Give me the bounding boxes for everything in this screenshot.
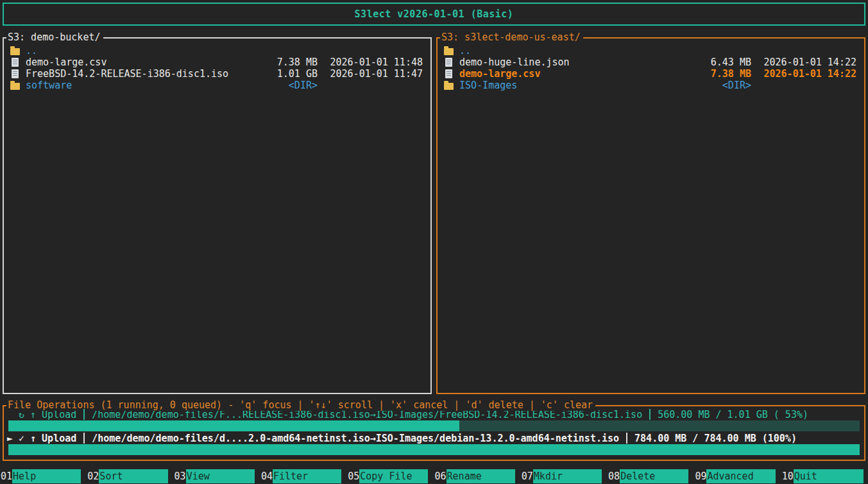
s3lect-terminal: S3lect v2026-01-01 (Basic) S3: demo-buck… xyxy=(0,0,868,484)
app-title-bar: S3lect v2026-01-01 (Basic) xyxy=(3,3,865,26)
separator xyxy=(626,433,627,444)
operation-source: /home/demo/demo-files/d....2.0-amd64-net… xyxy=(92,433,370,444)
fn-key-number: 07 xyxy=(521,469,533,483)
file-size: 7.38 MB xyxy=(690,68,751,80)
operation-progress-text: 560.00 MB / 1.01 GB ( 53%) xyxy=(658,409,808,420)
file-date: 2026-01-01 14:22 xyxy=(760,68,856,80)
fn-key-label[interactable]: Quit xyxy=(794,469,864,483)
operation-action: Upload xyxy=(42,433,76,444)
file-size: 6.43 MB xyxy=(690,56,751,68)
file-name: FreeBSD-14.2-RELEASE-i386-disc1.iso xyxy=(26,68,256,80)
left-panel: S3: demo-bucket/ .. demo-large.csv 7.38 … xyxy=(3,37,432,394)
fn-key-advanced[interactable]: 09 Advanced xyxy=(694,469,781,483)
function-key-bar: 01 Help 02 Sort 03 View 04 Filter 05 Cop… xyxy=(0,469,868,483)
separator xyxy=(83,433,85,444)
folder-icon xyxy=(10,83,20,90)
progress-bar-fill xyxy=(8,444,860,455)
fn-key-mkdir[interactable]: 07 Mkdir xyxy=(521,469,608,483)
file-icon xyxy=(12,69,19,78)
fn-key-sort[interactable]: 02 Sort xyxy=(87,469,173,483)
fn-key-number: 09 xyxy=(694,469,706,483)
progress-bar-track xyxy=(8,444,860,455)
file-size: <DIR> xyxy=(256,80,318,91)
fn-key-label[interactable]: Mkdir xyxy=(533,469,602,483)
fn-key-delete[interactable]: 08 Delete xyxy=(608,469,694,483)
left-panel-title: S3: demo-bucket/ xyxy=(6,31,103,43)
file-row-parent[interactable]: .. xyxy=(4,45,430,56)
file-name: demo-large.csv xyxy=(459,68,690,80)
file-name: ISO-Images xyxy=(459,80,690,91)
file-date: 2026-01-01 11:47 xyxy=(327,68,423,80)
separator xyxy=(649,409,651,420)
fn-key-number: 05 xyxy=(347,469,359,483)
file-row-selected[interactable]: demo-large.csv 7.38 MB 2026-01-01 14:22 xyxy=(438,68,864,80)
separator xyxy=(83,409,85,420)
file-date: 2026-01-01 14:22 xyxy=(760,56,856,68)
fn-key-copy-file[interactable]: 05 Copy File xyxy=(347,469,434,483)
fn-key-number: 02 xyxy=(87,469,99,483)
fn-key-label[interactable]: Sort xyxy=(99,469,167,483)
fn-key-number: 01 xyxy=(0,469,12,483)
app-title: S3lect v2026-01-01 (Basic) xyxy=(355,8,514,20)
fn-key-rename[interactable]: 06 Rename xyxy=(434,469,520,483)
file-operations-title: File Operations (1 running, 0 queued) - … xyxy=(6,399,595,411)
file-row-parent[interactable]: .. xyxy=(438,45,864,56)
file-name: .. xyxy=(26,45,256,56)
fn-key-number: 06 xyxy=(434,469,446,483)
file-row-directory[interactable]: ISO-Images <DIR> xyxy=(438,80,864,91)
file-icon xyxy=(445,58,452,67)
right-panel: S3: s3lect-demo-us-east/ .. demo-huge-li… xyxy=(436,37,865,394)
fn-key-label[interactable]: Advanced xyxy=(706,469,775,483)
fn-key-label[interactable]: Filter xyxy=(273,469,341,483)
file-size: <DIR> xyxy=(690,80,751,91)
fn-key-label[interactable]: Copy File xyxy=(359,469,428,483)
upload-arrow-icon: ↑ xyxy=(30,433,36,444)
operation-progress-text: 784.00 MB / 784.00 MB (100%) xyxy=(634,433,797,444)
file-operations-panel: File Operations (1 running, 0 queued) - … xyxy=(3,405,865,461)
check-icon: ✓ xyxy=(19,433,24,444)
file-name: .. xyxy=(459,45,690,56)
folder-icon xyxy=(10,48,20,55)
file-row[interactable]: demo-large.csv 7.38 MB 2026-01-01 11:48 xyxy=(4,56,430,68)
arrow-right-icon: → xyxy=(370,433,376,444)
file-row[interactable]: demo-huge-line.json 6.43 MB 2026-01-01 1… xyxy=(438,56,864,68)
folder-icon xyxy=(444,83,454,90)
fn-key-label[interactable]: Delete xyxy=(620,469,688,483)
fn-key-filter[interactable]: 04 Filter xyxy=(260,469,347,483)
fn-key-label[interactable]: View xyxy=(186,469,255,483)
file-row[interactable]: FreeBSD-14.2-RELEASE-i386-disc1.iso 1.01… xyxy=(4,68,430,80)
fn-key-number: 03 xyxy=(174,469,186,483)
file-icon xyxy=(12,58,19,67)
operation-cursor: ► xyxy=(7,433,19,444)
file-date: 2026-01-01 11:48 xyxy=(327,56,423,68)
fn-key-number: 10 xyxy=(781,469,794,483)
file-name: software xyxy=(26,80,256,91)
fn-key-quit[interactable]: 10 Quit xyxy=(781,469,868,483)
fn-key-number: 08 xyxy=(608,469,620,483)
progress-bar-track xyxy=(8,420,860,431)
fn-key-label[interactable]: Help xyxy=(12,469,81,483)
folder-icon xyxy=(444,48,454,55)
fn-key-number: 04 xyxy=(260,469,273,483)
right-panel-title: S3: s3lect-demo-us-east/ xyxy=(440,31,583,43)
panels: S3: demo-bucket/ .. demo-large.csv 7.38 … xyxy=(3,37,865,394)
file-icon xyxy=(445,69,452,78)
operation-row-completed[interactable]: ► ✓ ↑ Upload /home/demo/demo-files/d....… xyxy=(7,433,861,444)
file-name: demo-large.csv xyxy=(26,56,256,68)
progress-bar-fill xyxy=(8,420,459,431)
file-row-directory[interactable]: software <DIR> xyxy=(4,80,430,91)
fn-key-view[interactable]: 03 View xyxy=(174,469,260,483)
operation-destination: ISO-Images/debian-13.2.0-amd64-netinst.i… xyxy=(376,433,619,444)
file-size: 1.01 GB xyxy=(256,68,318,80)
fn-key-help[interactable]: 01 Help xyxy=(0,469,87,483)
file-size: 7.38 MB xyxy=(256,56,318,68)
fn-key-label[interactable]: Rename xyxy=(447,469,515,483)
file-name: demo-huge-line.json xyxy=(459,56,690,68)
